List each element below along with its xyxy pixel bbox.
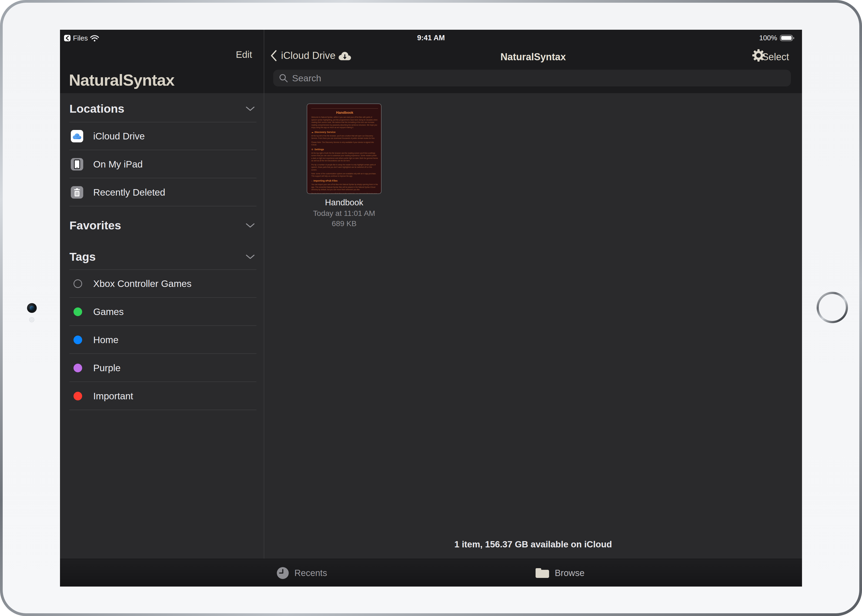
document-preview: Handbook Welcome to Natural Syntax, with… xyxy=(307,104,382,194)
main-pane: iCloud Drive NaturalSyntax Selec xyxy=(264,30,802,559)
sidebar-item-tag-home[interactable]: Home xyxy=(60,326,264,354)
files-app-screen: Files 9:41 AM 100% Edit NaturalSyntax Lo… xyxy=(60,30,802,586)
sidebar-item-tag-important[interactable]: Important xyxy=(60,382,264,410)
sidebar-item-label: iCloud Drive xyxy=(93,122,145,150)
doc-title: Handbook xyxy=(311,110,378,115)
doc-paragraph: Please Note: The Discovery Service is on… xyxy=(311,141,378,146)
search-icon xyxy=(278,73,288,83)
sidebar-item-tag-xbox[interactable]: Xbox Controller Games xyxy=(60,270,264,298)
ambient-light-sensor xyxy=(29,317,34,322)
sidebar-item-tag-purple[interactable]: Purple xyxy=(60,354,264,382)
tag-label: Games xyxy=(93,298,124,326)
sidebar-item-tag-games[interactable]: Games xyxy=(60,298,264,326)
search-bar[interactable] xyxy=(273,70,791,86)
storage-status-text: 1 item, 156.37 GB available on iCloud xyxy=(264,539,802,550)
locations-section-header[interactable]: Locations xyxy=(69,102,124,115)
tab-label: Recents xyxy=(294,568,327,578)
tag-color-dot xyxy=(74,392,82,401)
tag-label: Important xyxy=(93,382,133,410)
doc-paragraph: You can import your own ePub files into … xyxy=(311,184,378,191)
doc-heading: ↓Importing ePub Files xyxy=(311,179,378,182)
search-input[interactable] xyxy=(292,73,785,83)
download-icon: ↓ xyxy=(311,180,312,182)
doc-paragraph: Pro tip: a number of people like to setu… xyxy=(311,163,378,171)
tag-color-dot xyxy=(74,308,82,316)
tag-color-dot xyxy=(74,279,82,288)
sidebar-item-label: Recently Deleted xyxy=(93,178,165,206)
doc-paragraph: Note: some of the customization options … xyxy=(311,172,378,178)
tab-browse[interactable]: Browse xyxy=(535,559,585,586)
sidebar: Edit NaturalSyntax Locations iCloud Driv… xyxy=(60,30,264,559)
folder-icon xyxy=(535,567,549,579)
icloud-drive-icon xyxy=(71,130,83,142)
doc-paragraph: Pro tip: If you only have your ePub file… xyxy=(311,192,378,194)
file-thumbnail: Handbook Welcome to Natural Syntax, with… xyxy=(307,104,382,194)
tag-color-dot xyxy=(74,364,82,372)
doc-heading: ⚙Settings xyxy=(311,148,378,151)
divider xyxy=(69,206,256,206)
tags-section-header[interactable]: Tags xyxy=(69,250,96,263)
sidebar-item-icloud-drive[interactable]: iCloud Drive xyxy=(60,122,264,150)
tab-bar: Recents Browse xyxy=(60,559,802,586)
ipad-icon xyxy=(71,158,83,170)
tag-label: Home xyxy=(93,326,118,354)
doc-paragraph: Welcome to Natural Syntax, within it you… xyxy=(311,116,378,129)
tag-label: Purple xyxy=(93,354,121,382)
front-camera xyxy=(27,303,37,313)
sidebar-app-title: NaturalSyntax xyxy=(69,71,174,90)
edit-button[interactable]: Edit xyxy=(236,49,252,60)
tab-recents[interactable]: Recents xyxy=(277,559,327,586)
doc-paragraph: At the top right of both the file browse… xyxy=(311,152,378,162)
clock-icon xyxy=(277,567,289,579)
doc-heading: ☁Discovery Service xyxy=(311,131,378,134)
cloud-icon: ☁ xyxy=(311,131,313,134)
file-modified-date: Today at 11:01 AM xyxy=(307,209,382,218)
chevron-down-icon[interactable] xyxy=(246,255,255,259)
home-button[interactable] xyxy=(816,292,848,323)
chevron-down-icon[interactable] xyxy=(246,107,255,111)
tag-label: Xbox Controller Games xyxy=(93,270,192,298)
page-title: NaturalSyntax xyxy=(264,51,802,63)
divider xyxy=(69,410,256,410)
file-size: 689 KB xyxy=(307,219,382,228)
chevron-down-icon[interactable] xyxy=(246,223,255,228)
tag-color-dot xyxy=(74,336,82,344)
sidebar-item-recently-deleted[interactable]: Recently Deleted xyxy=(60,178,264,206)
favorites-section-header[interactable]: Favorites xyxy=(69,219,121,232)
tab-label: Browse xyxy=(555,568,585,578)
select-button[interactable]: Select xyxy=(762,51,789,63)
file-tile-handbook[interactable]: Handbook Welcome to Natural Syntax, with… xyxy=(307,104,382,228)
sidebar-item-label: On My iPad xyxy=(93,150,143,178)
trash-icon xyxy=(71,186,83,199)
doc-paragraph: At the top left of the file browser, you… xyxy=(311,135,378,140)
sidebar-item-on-my-ipad[interactable]: On My iPad xyxy=(60,150,264,178)
camera-lens xyxy=(30,306,34,310)
gear-icon: ⚙ xyxy=(311,148,313,151)
file-name: Handbook xyxy=(307,198,382,207)
